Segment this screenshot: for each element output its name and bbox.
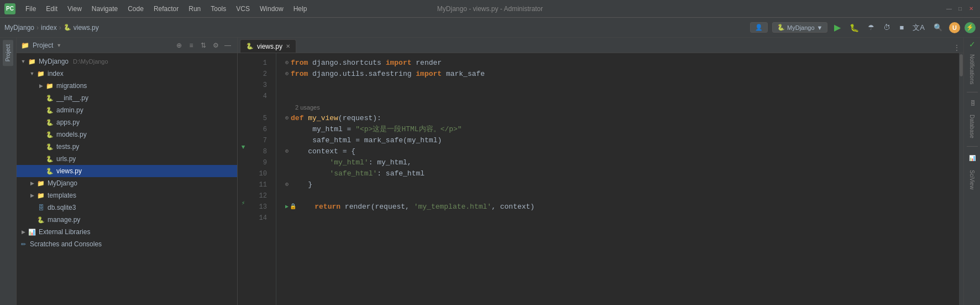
- code-editor[interactable]: ▼ ⚡ 1 2 3 4 · 5 6 7 8 9 10 11: [238, 53, 963, 305]
- tree-item-models[interactable]: 🐍 models.py: [17, 128, 237, 141]
- tree-item-tests[interactable]: 🐍 tests.py: [17, 141, 237, 153]
- run-button[interactable]: ▶: [832, 21, 843, 34]
- menu-help[interactable]: Help: [289, 4, 312, 14]
- menu-window[interactable]: Window: [255, 4, 288, 14]
- sciview-label[interactable]: SciView: [967, 167, 977, 193]
- fold-2[interactable]: ⊙: [285, 69, 289, 80]
- close-button[interactable]: ✕: [967, 4, 976, 13]
- ln-14: 14: [249, 213, 271, 224]
- tab-menu-button[interactable]: ⋮: [950, 43, 963, 53]
- scrollbar-thumb[interactable]: [960, 54, 963, 76]
- space-5: [303, 113, 308, 124]
- marksafe-2: mark_safe: [442, 69, 485, 80]
- root-path: D:\MyDjango: [73, 58, 108, 65]
- notifications-panel[interactable]: Notifications: [967, 51, 977, 87]
- profile-run-button[interactable]: ⏱: [881, 22, 893, 33]
- search-button[interactable]: 🔍: [931, 22, 945, 33]
- user-avatar[interactable]: U: [949, 22, 960, 33]
- code-content[interactable]: ⊙ from django.shortcuts import render ⊙ …: [276, 53, 959, 305]
- project-dropdown-icon[interactable]: ▼: [56, 43, 61, 48]
- key-10: 'safe_html': [329, 168, 377, 179]
- urls-py-icon: 🐍: [45, 154, 54, 163]
- tree-item-admin[interactable]: 🐍 admin.py: [17, 104, 237, 116]
- ext-libs-label: External Libraries: [39, 228, 90, 236]
- coverage-button[interactable]: ☂: [866, 22, 877, 33]
- breadcrumb-index[interactable]: index: [41, 24, 57, 32]
- settings-button[interactable]: ⚙: [211, 40, 221, 50]
- expand-button[interactable]: ⇅: [198, 40, 208, 50]
- fold-5[interactable]: ⊙: [285, 113, 289, 124]
- tree-item-db[interactable]: 🗄 db.sqlite3: [17, 201, 237, 214]
- menu-view[interactable]: View: [63, 4, 86, 14]
- tree-item-templates[interactable]: ▶ 📁 templates: [17, 189, 237, 201]
- code-line-6: my_html = "<p>这是一段HTML内容。</p>": [285, 124, 959, 135]
- window-title: MyDjango - views.py - Administrator: [437, 5, 543, 13]
- tree-item-urls[interactable]: 🐍 urls.py: [17, 153, 237, 165]
- app-icon: PC: [4, 3, 15, 14]
- models-name: models.py: [56, 131, 87, 138]
- space-13: render(request,: [340, 201, 414, 213]
- debug-button[interactable]: 🐛: [847, 22, 861, 33]
- tree-item-scratches[interactable]: ✏ Scratches and Consoles: [17, 238, 237, 250]
- tree-item-root[interactable]: ▼ 📁 MyDjango D:\MyDjango: [17, 55, 237, 68]
- menu-edit[interactable]: Edit: [41, 4, 62, 14]
- tree-item-apps[interactable]: 🐍 apps.py: [17, 116, 237, 128]
- tree-item-migrations[interactable]: ▶ 📁 migrations: [17, 80, 237, 92]
- menu-refactor[interactable]: Refactor: [149, 4, 183, 14]
- menu-run[interactable]: Run: [184, 4, 205, 14]
- vertical-scrollbar[interactable]: [959, 53, 963, 305]
- gutter-1: [238, 53, 249, 64]
- tab-views-py[interactable]: 🐍 views.py ✕: [240, 39, 296, 53]
- fold-13[interactable]: 🔒: [290, 201, 296, 213]
- gutter-8: ▼: [238, 142, 249, 153]
- gutter-10: [238, 164, 249, 175]
- tree-item-index[interactable]: ▼ 📁 index: [17, 68, 237, 80]
- collapse-all-button[interactable]: ≡: [186, 40, 196, 50]
- sciview-icon[interactable]: 📊: [967, 151, 977, 164]
- notification-check-icon[interactable]: ✓: [969, 40, 976, 49]
- tree-item-mydjango[interactable]: ▶ 📁 MyDjango: [17, 177, 237, 189]
- menu-navigate[interactable]: Navigate: [87, 4, 122, 14]
- run-gutter-13[interactable]: ▶: [285, 201, 289, 213]
- ext-libs-icon: 📊: [28, 228, 36, 236]
- database-panel[interactable]: 🗄: [967, 97, 978, 109]
- menu-file[interactable]: File: [21, 4, 40, 14]
- root-folder-icon: 📁: [28, 57, 36, 66]
- menu-tools[interactable]: Tools: [206, 4, 230, 14]
- code-line-12: [285, 190, 959, 201]
- tab-icon: 🐍: [246, 43, 254, 50]
- manage-py-icon: 🐍: [36, 215, 45, 224]
- project-run-config[interactable]: 🐍 MyDjango ▼: [772, 22, 827, 33]
- tab-bar: 🐍 views.py ✕ ⋮: [238, 38, 963, 53]
- code-line-3: [285, 80, 959, 91]
- tree-item-init[interactable]: 🐍 __init__.py: [17, 92, 237, 104]
- fold-8[interactable]: ⊙: [285, 146, 289, 157]
- gutter-9: [238, 153, 249, 164]
- project-panel-label[interactable]: Project: [3, 40, 13, 66]
- tab-close-button[interactable]: ✕: [286, 43, 290, 49]
- profile-button[interactable]: 👤: [750, 22, 768, 33]
- migrations-name: migrations: [56, 82, 87, 90]
- database-label[interactable]: Database: [967, 111, 977, 142]
- tree-item-views[interactable]: 🐍 views.py: [17, 165, 237, 177]
- close-panel-button[interactable]: —: [223, 40, 233, 50]
- menu-bar: File Edit View Navigate Code Refactor Ru…: [21, 4, 311, 14]
- stop-button[interactable]: ■: [897, 22, 906, 33]
- breadcrumb-project[interactable]: MyDjango: [4, 24, 34, 32]
- models-py-icon: 🐍: [45, 130, 54, 139]
- maximize-button[interactable]: □: [956, 4, 965, 13]
- plugin-icon[interactable]: ⚡: [965, 22, 976, 33]
- tree-item-external-libs[interactable]: ▶ 📊 External Libraries: [17, 226, 237, 238]
- breadcrumb-file[interactable]: 🐍 views.py: [64, 24, 99, 32]
- fold-1[interactable]: ⊙: [285, 58, 289, 69]
- menu-code[interactable]: Code: [123, 4, 148, 14]
- menu-vcs[interactable]: VCS: [232, 4, 254, 14]
- var-6: my_html =: [295, 124, 355, 135]
- minimize-button[interactable]: —: [945, 4, 953, 13]
- gutter-2: [238, 64, 249, 75]
- var-7a: safe_html =: [295, 135, 364, 146]
- add-file-button[interactable]: ⊕: [174, 40, 184, 50]
- tree-item-manage[interactable]: 🐍 manage.py: [17, 214, 237, 226]
- translate-button[interactable]: 文A: [910, 22, 927, 34]
- code-line-9: 'my_html' : my_html,: [285, 157, 959, 168]
